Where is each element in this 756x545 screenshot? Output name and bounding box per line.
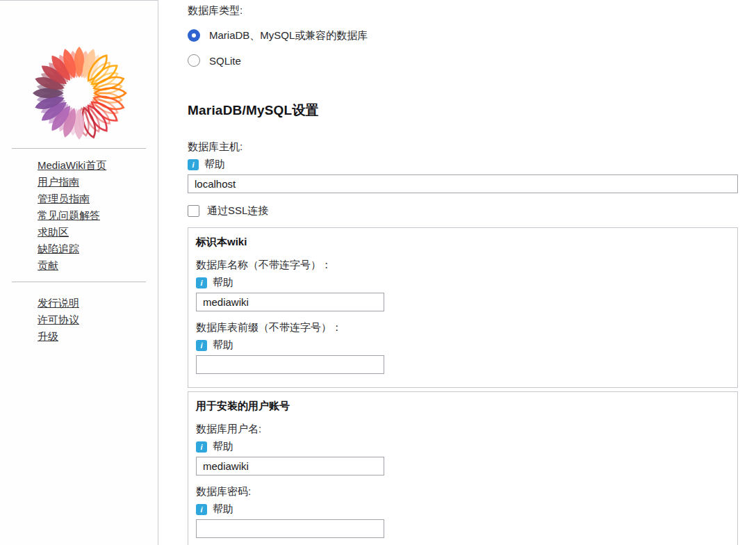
sidebar-item: 缺陷追踪 — [38, 243, 158, 254]
db-host-help[interactable]: 帮助 — [188, 158, 738, 170]
db-type-label: 数据库类型: — [188, 3, 738, 17]
db-type-option-sqlite[interactable]: SQLite — [188, 54, 738, 67]
sidebar-link-contribute[interactable]: 贡献 — [38, 259, 58, 271]
info-icon[interactable] — [188, 159, 199, 170]
sidebar-item: 贡献 — [38, 260, 158, 271]
identify-wiki-legend: 标识本wiki — [196, 236, 729, 249]
sidebar-link-license[interactable]: 许可协议 — [38, 314, 79, 325]
sidebar-secondary-links: 发行说明 许可协议 升级 — [38, 298, 158, 342]
sidebar-link-mediawiki-home[interactable]: MediaWiki首页 — [38, 159, 106, 171]
info-icon[interactable] — [196, 277, 207, 288]
sidebar-link-upgrade[interactable]: 升级 — [38, 330, 58, 342]
sidebar-item: 许可协议 — [38, 314, 158, 325]
sidebar-item: 求助区 — [38, 227, 158, 238]
sidebar-divider-top — [12, 148, 146, 149]
db-host-label: 数据库主机: — [188, 140, 738, 154]
info-icon[interactable] — [196, 504, 207, 515]
db-password-input[interactable] — [196, 519, 384, 538]
sidebar-divider-bottom — [12, 282, 146, 282]
db-prefix-label: 数据库表前缀（不带连字号）： — [196, 320, 729, 334]
help-link[interactable]: 帮助 — [204, 158, 225, 171]
help-link[interactable]: 帮助 — [213, 339, 233, 352]
help-link[interactable]: 帮助 — [213, 440, 233, 453]
help-link[interactable]: 帮助 — [213, 503, 233, 516]
db-host-input[interactable] — [188, 174, 738, 193]
radio-sqlite-label[interactable]: SQLite — [209, 55, 241, 67]
sidebar-item: 发行说明 — [38, 298, 158, 309]
install-account-fieldset: 用于安装的用户账号 数据库用户名: 帮助 数据库密码: 帮助 — [188, 391, 738, 545]
sidebar-item: 管理员指南 — [38, 193, 158, 204]
db-prefix-help[interactable]: 帮助 — [196, 339, 729, 351]
sidebar-item: 常见问题解答 — [38, 210, 158, 221]
db-name-label: 数据库名称（不带连字号）： — [196, 258, 729, 272]
sidebar: MediaWiki首页 用户指南 管理员指南 常见问题解答 求助区 缺陷追踪 贡… — [0, 0, 158, 545]
help-link[interactable]: 帮助 — [213, 276, 233, 289]
db-username-help[interactable]: 帮助 — [196, 441, 729, 453]
db-type-option-mysql[interactable]: MariaDB、MySQL或兼容的数据库 — [188, 29, 738, 42]
db-name-help[interactable]: 帮助 — [196, 277, 729, 288]
sidebar-item: 用户指南 — [38, 177, 158, 188]
sidebar-link-help-desk[interactable]: 求助区 — [38, 226, 69, 238]
sidebar-item: MediaWiki首页 — [38, 160, 158, 171]
info-icon[interactable] — [196, 340, 207, 351]
sidebar-link-faq[interactable]: 常见问题解答 — [38, 209, 100, 221]
sidebar-link-admin-guide[interactable]: 管理员指南 — [38, 193, 90, 204]
db-password-help[interactable]: 帮助 — [196, 503, 729, 515]
ssl-checkbox[interactable] — [188, 205, 199, 217]
db-username-label: 数据库用户名: — [196, 422, 729, 436]
sunflower-logo-icon — [30, 44, 129, 143]
section-heading: MariaDB/MySQL设置 — [188, 101, 738, 120]
db-username-input[interactable] — [196, 457, 384, 475]
sidebar-link-user-guide[interactable]: 用户指南 — [38, 176, 79, 188]
sidebar-link-release-notes[interactable]: 发行说明 — [38, 297, 79, 309]
db-prefix-input[interactable] — [196, 355, 384, 374]
install-account-legend: 用于安装的用户账号 — [196, 400, 729, 413]
ssl-checkbox-label[interactable]: 通过SSL连接 — [207, 204, 268, 218]
ssl-option[interactable]: 通过SSL连接 — [188, 204, 738, 218]
main-content: 数据库类型: MariaDB、MySQL或兼容的数据库 SQLite Maria… — [158, 0, 756, 545]
radio-mariadb-mysql-label[interactable]: MariaDB、MySQL或兼容的数据库 — [209, 29, 368, 42]
mediawiki-logo — [30, 44, 129, 143]
sidebar-link-bug-tracker[interactable]: 缺陷追踪 — [38, 243, 79, 254]
db-name-input[interactable] — [196, 293, 384, 311]
info-icon[interactable] — [196, 441, 207, 453]
identify-wiki-fieldset: 标识本wiki 数据库名称（不带连字号）： 帮助 数据库表前缀（不带连字号）： … — [188, 227, 738, 388]
radio-mariadb-mysql[interactable] — [188, 29, 200, 42]
radio-sqlite[interactable] — [188, 54, 200, 67]
sidebar-item: 升级 — [38, 331, 158, 342]
sidebar-primary-links: MediaWiki首页 用户指南 管理员指南 常见问题解答 求助区 缺陷追踪 贡… — [38, 160, 158, 271]
db-password-label: 数据库密码: — [196, 485, 729, 498]
